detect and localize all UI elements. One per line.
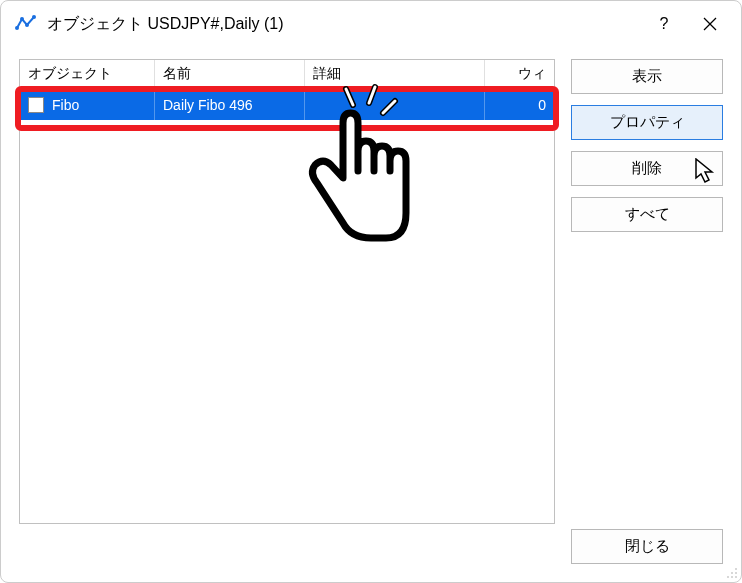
app-icon [15, 13, 37, 35]
svg-point-14 [735, 572, 737, 574]
close-button[interactable]: 閉じる [571, 529, 723, 564]
cell-detail [305, 90, 485, 120]
svg-point-1 [20, 17, 24, 21]
dialog-window: オブジェクト USDJPY#,Daily (1) ? オブジェクト 名前 詳細 … [0, 0, 742, 583]
header-object[interactable]: オブジェクト [20, 60, 155, 90]
properties-button[interactable]: プロパティ [571, 105, 723, 140]
help-button[interactable]: ? [641, 1, 687, 47]
header-detail[interactable]: 詳細 [305, 60, 485, 90]
title-bar: オブジェクト USDJPY#,Daily (1) ? [1, 1, 741, 47]
svg-point-12 [735, 568, 737, 570]
show-button[interactable]: 表示 [571, 59, 723, 94]
cell-object-text: Fibo [52, 97, 79, 113]
svg-point-16 [731, 576, 733, 578]
cell-window: 0 [485, 90, 554, 120]
resize-grip-icon[interactable] [723, 564, 739, 580]
object-list-area: オブジェクト 名前 詳細 ウィ Fibo Daily Fibo 496 0 [19, 59, 555, 564]
delete-button[interactable]: 削除 [571, 151, 723, 186]
dialog-body: オブジェクト 名前 詳細 ウィ Fibo Daily Fibo 496 0 [1, 47, 741, 582]
table-row[interactable]: Fibo Daily Fibo 496 0 [20, 90, 554, 120]
header-window[interactable]: ウィ [485, 60, 554, 90]
button-panel: 表示 プロパティ 削除 すべて 閉じる [571, 59, 723, 564]
header-name[interactable]: 名前 [155, 60, 305, 90]
svg-point-17 [735, 576, 737, 578]
window-title: オブジェクト USDJPY#,Daily (1) [47, 14, 641, 35]
cell-object: Fibo [20, 90, 155, 120]
svg-point-3 [32, 15, 36, 19]
all-button[interactable]: すべて [571, 197, 723, 232]
row-checkbox[interactable] [28, 97, 44, 113]
svg-point-2 [25, 23, 29, 27]
spacer [571, 243, 723, 518]
table-header-row: オブジェクト 名前 詳細 ウィ [20, 60, 554, 90]
cell-name: Daily Fibo 496 [155, 90, 305, 120]
svg-point-0 [15, 26, 19, 30]
close-window-button[interactable] [687, 1, 733, 47]
object-table[interactable]: オブジェクト 名前 詳細 ウィ Fibo Daily Fibo 496 0 [19, 59, 555, 524]
svg-point-15 [727, 576, 729, 578]
svg-point-13 [731, 572, 733, 574]
